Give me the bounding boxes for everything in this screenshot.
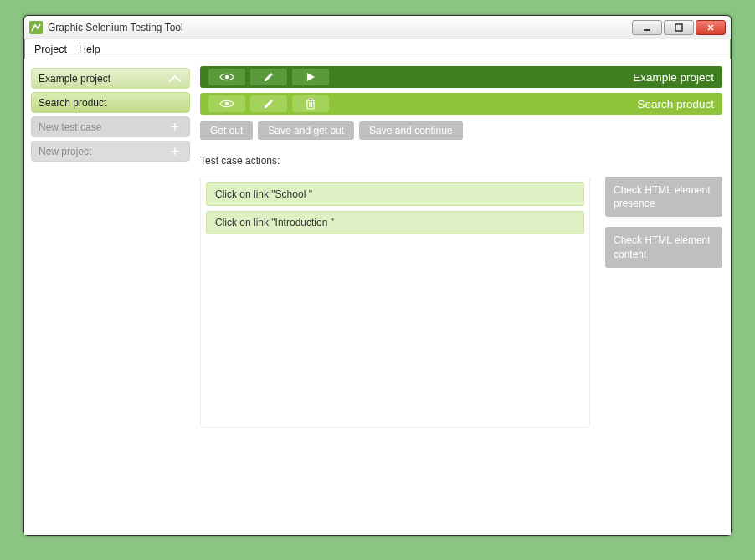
app-window: Graphic Selenium Testing Tool Project He… bbox=[23, 15, 732, 536]
view-testcase-button[interactable] bbox=[208, 95, 245, 112]
sidebar: Example project Search product New test … bbox=[31, 66, 190, 527]
sidebar-new-test-case[interactable]: New test case + bbox=[31, 116, 190, 137]
testcase-bar-title: Search product bbox=[637, 98, 714, 110]
actions-section-label: Test case actions: bbox=[200, 155, 722, 167]
sidebar-item-search-product[interactable]: Search product bbox=[31, 92, 190, 113]
chevron-up-icon bbox=[166, 69, 184, 88]
sidebar-new-project[interactable]: New project + bbox=[31, 141, 190, 162]
run-project-button[interactable] bbox=[292, 69, 329, 85]
sidebar-item-label: Search product bbox=[39, 97, 106, 109]
edit-testcase-button[interactable] bbox=[250, 95, 287, 112]
sidebar-item-example-project[interactable]: Example project bbox=[31, 68, 190, 89]
titlebar: Graphic Selenium Testing Tool bbox=[24, 16, 731, 39]
delete-testcase-button[interactable] bbox=[292, 95, 329, 112]
plus-icon: + bbox=[166, 141, 184, 161]
view-project-button[interactable] bbox=[208, 69, 245, 85]
action-item[interactable]: Click on link "School " bbox=[206, 182, 584, 206]
svg-rect-2 bbox=[675, 24, 682, 31]
minimize-button[interactable] bbox=[632, 20, 662, 35]
save-get-out-button[interactable]: Save and get out bbox=[258, 121, 354, 140]
sidebar-item-label: New project bbox=[39, 146, 91, 157]
window-controls bbox=[632, 20, 726, 35]
trash-icon bbox=[306, 98, 316, 110]
edit-project-button[interactable] bbox=[250, 69, 287, 85]
project-bar: Example project bbox=[200, 66, 722, 88]
app-body: Example project Search product New test … bbox=[24, 59, 731, 535]
sidebar-item-label: New test case bbox=[39, 121, 101, 133]
menu-project[interactable]: Project bbox=[34, 44, 67, 55]
app-icon bbox=[29, 21, 43, 34]
check-content-button[interactable]: Check HTML element content bbox=[605, 227, 722, 267]
check-buttons-column: Check HTML element presence Check HTML e… bbox=[605, 177, 722, 428]
svg-rect-1 bbox=[644, 29, 650, 31]
main-panel: Example project Search product bbox=[200, 66, 722, 527]
save-continue-button[interactable]: Save and continue bbox=[359, 121, 462, 140]
actions-area: Click on link "School " Click on link "I… bbox=[200, 177, 722, 428]
testcase-bar: Search product bbox=[200, 93, 722, 115]
get-out-button[interactable]: Get out bbox=[200, 121, 253, 140]
svg-rect-0 bbox=[29, 21, 43, 34]
sidebar-item-label: Example project bbox=[39, 73, 110, 85]
svg-point-4 bbox=[225, 102, 229, 105]
svg-point-3 bbox=[225, 75, 229, 79]
action-button-row: Get out Save and get out Save and contin… bbox=[200, 121, 722, 140]
pencil-icon bbox=[263, 71, 275, 83]
actions-list: Click on link "School " Click on link "I… bbox=[200, 177, 590, 428]
menubar: Project Help bbox=[24, 39, 731, 59]
action-item[interactable]: Click on link "Introduction " bbox=[206, 211, 584, 234]
eye-icon bbox=[219, 99, 234, 109]
plus-icon: + bbox=[166, 117, 184, 136]
pencil-icon bbox=[263, 98, 275, 110]
project-bar-title: Example project bbox=[633, 71, 714, 84]
maximize-button[interactable] bbox=[664, 20, 694, 35]
window-title: Graphic Selenium Testing Tool bbox=[48, 22, 632, 33]
close-button[interactable] bbox=[696, 20, 726, 35]
check-presence-button[interactable]: Check HTML element presence bbox=[605, 177, 722, 217]
play-icon bbox=[306, 72, 316, 82]
menu-help[interactable]: Help bbox=[79, 44, 100, 55]
eye-icon bbox=[219, 72, 234, 82]
